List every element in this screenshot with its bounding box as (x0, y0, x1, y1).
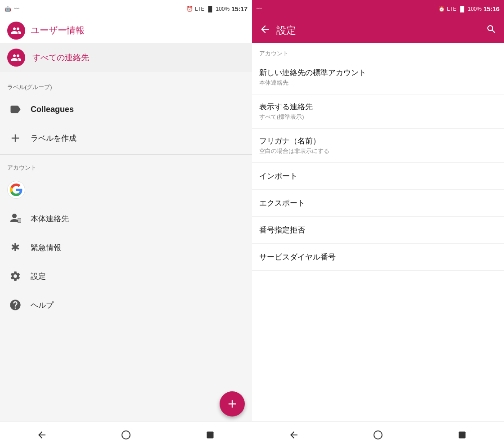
settings-item-import[interactable]: インポート (252, 163, 504, 190)
waves-icon-right: 〰 (256, 6, 262, 12)
person-device-icon (7, 211, 23, 227)
signal-lte: LTE (195, 6, 204, 12)
svg-rect-4 (207, 431, 213, 438)
settings-item-export[interactable]: エクスポート (252, 190, 504, 217)
gear-icon (7, 268, 23, 284)
nav-item-help[interactable]: ヘルプ (0, 291, 252, 319)
home-button-left[interactable] (112, 426, 140, 444)
default-account-title: 新しい連絡先の標準アカウント (259, 67, 497, 78)
time-left: 15:17 (231, 5, 248, 13)
nav-item-google[interactable] (0, 175, 252, 204)
nav-item-local[interactable]: 本体連絡先 (0, 204, 252, 233)
app-icon-left (7, 22, 25, 40)
search-icon-right[interactable] (486, 24, 497, 37)
furigana-title: フリガナ（名前） (259, 136, 497, 146)
back-button-right[interactable] (280, 426, 307, 444)
app-header-right: 設定 (252, 18, 504, 43)
status-icons-left: 🤖 〰 (4, 6, 19, 12)
help-label: ヘルプ (31, 300, 54, 310)
status-bar-right: 〰 ⏰ LTE ▐▌ 100% 15:16 (252, 0, 504, 18)
status-right-right: ⏰ LTE ▐▌ 100% 15:16 (438, 5, 500, 13)
all-contacts-label: すべての連絡先 (32, 52, 89, 63)
plus-icon (7, 130, 23, 146)
nav-item-colleagues[interactable]: Colleagues (0, 95, 252, 124)
all-contacts-icon (7, 49, 25, 67)
divider-2 (0, 154, 252, 155)
svg-point-0 (12, 214, 17, 218)
right-panel: 〰 ⏰ LTE ▐▌ 100% 15:16 設定 アカウント 新しい連絡先の (252, 0, 504, 448)
bottom-nav-right (252, 421, 504, 448)
left-panel: 🤖 〰 ⏰ LTE ▐▌ 100% 15:17 ユーザー情報 すべての連絡先 ラ… (0, 0, 252, 448)
divider-1 (0, 74, 252, 74)
alarm-icon-right: ⏰ (438, 6, 445, 12)
settings-item-block-numbers[interactable]: 番号指定拒否 (252, 217, 504, 244)
android-icon: 🤖 (4, 6, 11, 12)
block-numbers-label: 番号指定拒否 (259, 226, 305, 234)
all-contacts-row[interactable]: すべての連絡先 (0, 43, 252, 72)
status-bar-left: 🤖 〰 ⏰ LTE ▐▌ 100% 15:17 (0, 0, 252, 18)
settings-item-default-account[interactable]: 新しい連絡先の標準アカウント 本体連絡先 (252, 60, 504, 94)
status-icons-right-left: 〰 (256, 6, 262, 12)
settings-section-account-header: アカウント (252, 43, 504, 60)
waves-icon: 〰 (14, 6, 19, 12)
local-contacts-label: 本体連絡先 (31, 214, 69, 224)
back-arrow-right[interactable] (259, 23, 271, 38)
status-right-left: ⏰ LTE ▐▌ 100% 15:17 (186, 5, 248, 13)
back-button-left[interactable] (28, 426, 55, 444)
nav-item-create-label[interactable]: ラベルを作成 (0, 124, 252, 152)
create-label-text: ラベルを作成 (31, 133, 76, 143)
app-header-left: ユーザー情報 (0, 18, 252, 43)
asterisk-icon: ✱ (7, 239, 23, 255)
settings-page-title: 設定 (276, 24, 296, 37)
furigana-sub: 空白の場合は非表示にする (259, 147, 497, 155)
fab-add-contact[interactable] (220, 391, 245, 417)
battery-right: 100% (468, 6, 482, 12)
time-right: 15:16 (483, 5, 500, 13)
svg-point-3 (122, 431, 130, 439)
signal-bars: ▐▌ (206, 6, 214, 12)
settings-item-furigana[interactable]: フリガナ（名前） 空白の場合は非表示にする (252, 129, 504, 163)
help-icon (7, 297, 23, 313)
header-title-left: ユーザー情報 (31, 24, 85, 36)
google-icon (7, 181, 25, 199)
tag-icon (7, 101, 23, 117)
settings-item-display-contacts[interactable]: 表示する連絡先 すべて(標準表示) (252, 94, 504, 129)
display-contacts-title: 表示する連絡先 (259, 102, 497, 112)
signal-bars-right: ▐▌ (458, 6, 466, 12)
display-contacts-sub: すべて(標準表示) (259, 113, 497, 121)
settings-list: アカウント 新しい連絡先の標準アカウント 本体連絡先 表示する連絡先 すべて(標… (252, 43, 504, 421)
service-dial-label: サービスダイヤル番号 (259, 253, 336, 261)
home-button-right[interactable] (364, 426, 392, 444)
bottom-nav-left (0, 421, 252, 448)
export-label: エクスポート (259, 199, 305, 207)
import-label: インポート (259, 172, 297, 180)
settings-label: 設定 (31, 271, 46, 282)
default-account-sub: 本体連絡先 (259, 79, 497, 87)
account-section-header: アカウント (0, 157, 252, 175)
battery-left: 100% (216, 6, 230, 12)
signal-lte-right: LTE (447, 6, 456, 12)
svg-rect-2 (18, 219, 21, 222)
emergency-label: 緊急情報 (31, 242, 61, 253)
colleagues-label: Colleagues (31, 105, 74, 114)
settings-item-service-dial[interactable]: サービスダイヤル番号 (252, 244, 504, 271)
recents-button-left[interactable] (197, 426, 224, 444)
recents-button-right[interactable] (449, 426, 476, 444)
nav-item-emergency[interactable]: ✱ 緊急情報 (0, 233, 252, 262)
label-section-header: ラベル(グループ) (0, 76, 252, 95)
svg-rect-6 (459, 431, 465, 438)
nav-item-settings[interactable]: 設定 (0, 262, 252, 291)
alarm-icon: ⏰ (186, 6, 193, 12)
svg-point-5 (374, 431, 382, 439)
